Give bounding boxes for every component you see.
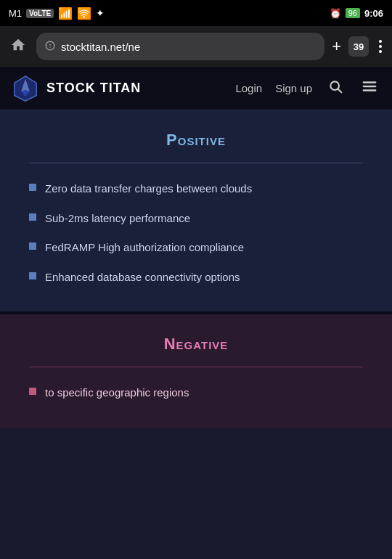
svg-point-2 <box>49 46 50 47</box>
list-item: Enhanced database connectivity options <box>29 269 363 286</box>
menu-dot-3 <box>379 50 382 53</box>
extra-icon: ✦ <box>96 7 105 19</box>
negative-bullet-list: to specific geographic regions <box>29 385 363 401</box>
hamburger-menu-button[interactable] <box>359 76 380 101</box>
main-content: Positive Zero data transfer charges betw… <box>0 110 392 428</box>
nav-links: Login Sign up <box>235 76 380 101</box>
bullet-marker <box>29 213 36 221</box>
bullet-text: Zero data transfer charges between cloud… <box>45 181 252 197</box>
url-text: stocktitan.net/ne <box>61 41 140 53</box>
volte-badge: VoLTE <box>26 9 54 18</box>
negative-card: Negative to specific geographic regions <box>0 314 392 428</box>
bullet-marker <box>29 242 36 250</box>
positive-title: Positive <box>29 131 363 150</box>
login-link[interactable]: Login <box>235 82 262 94</box>
browser-actions: + 39 <box>332 36 385 57</box>
url-bar[interactable]: stocktitan.net/ne <box>36 33 324 60</box>
bullet-marker <box>29 272 36 280</box>
bullet-marker <box>29 388 36 395</box>
search-button[interactable] <box>325 76 346 100</box>
status-bar: M1 VoLTE 📶 🛜 ✦ ⏰ 96 9:06 <box>0 0 392 26</box>
bullet-text: to specific geographic regions <box>45 385 189 401</box>
url-security-icon <box>45 41 55 53</box>
signal-icon: 📶 <box>58 7 73 20</box>
status-left: M1 VoLTE 📶 🛜 ✦ <box>9 7 105 20</box>
logo-icon <box>12 75 39 102</box>
wifi-icon: 🛜 <box>77 7 91 20</box>
site-navigation: STOCK TITAN Login Sign up <box>0 67 392 110</box>
status-right: ⏰ 96 9:06 <box>330 8 383 19</box>
positive-divider <box>29 163 363 163</box>
bullet-text: FedRAMP High authorization compliance <box>45 240 244 256</box>
battery-indicator: 96 <box>346 8 360 18</box>
negative-title: Negative <box>29 335 363 354</box>
new-tab-button[interactable]: + <box>332 37 341 56</box>
positive-card: Positive Zero data transfer charges betw… <box>0 110 392 314</box>
home-button[interactable] <box>7 34 29 60</box>
site-logo[interactable]: STOCK TITAN <box>12 75 235 102</box>
bullet-marker <box>29 184 36 191</box>
bullet-text: Sub-2ms latency performance <box>45 211 190 227</box>
list-item: Zero data transfer charges between cloud… <box>29 181 363 197</box>
alarm-icon: ⏰ <box>330 8 341 19</box>
list-item: to specific geographic regions <box>29 385 363 401</box>
positive-bullet-list: Zero data transfer charges between cloud… <box>29 181 363 285</box>
menu-dot-2 <box>379 45 382 48</box>
browser-chrome: stocktitan.net/ne + 39 <box>0 26 392 67</box>
logo-text: STOCK TITAN <box>46 81 141 96</box>
negative-divider <box>29 367 363 367</box>
time-label: 9:06 <box>364 8 383 19</box>
signup-link[interactable]: Sign up <box>275 82 312 94</box>
battery-level: 96 <box>346 8 360 18</box>
carrier-label: M1 <box>9 8 22 19</box>
menu-dot-1 <box>379 40 382 43</box>
browser-menu-button[interactable] <box>376 37 385 56</box>
list-item: FedRAMP High authorization compliance <box>29 240 363 256</box>
list-item: Sub-2ms latency performance <box>29 211 363 227</box>
svg-line-8 <box>338 89 342 93</box>
bullet-text: Enhanced database connectivity options <box>45 269 240 286</box>
tabs-button[interactable]: 39 <box>348 36 369 57</box>
